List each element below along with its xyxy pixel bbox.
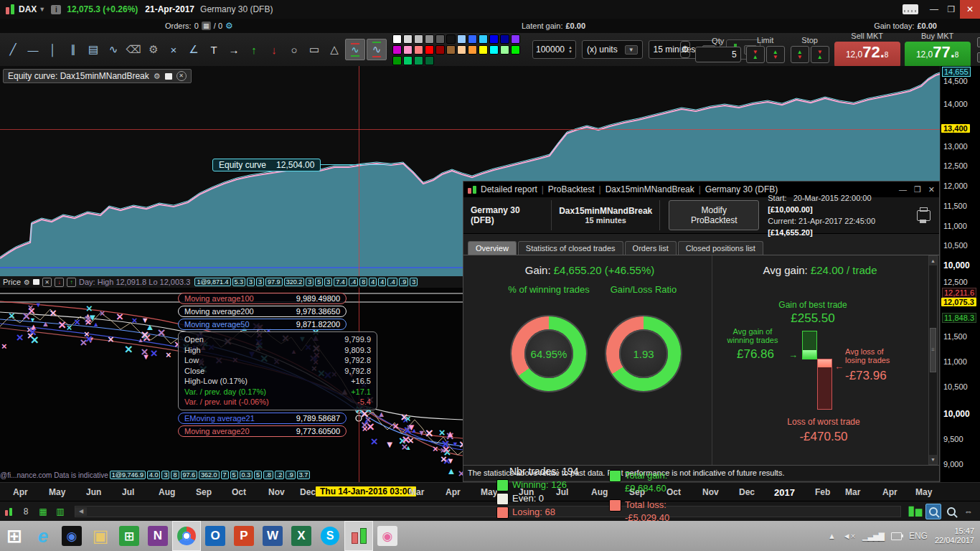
text-tool[interactable]: T [204,39,223,60]
indicator-icon[interactable]: 8 [19,504,33,519]
arrow-down-icon[interactable]: ↓ [55,278,64,287]
rectangle-tool[interactable]: ▭ [305,39,324,60]
candle-view-icon[interactable] [1,504,16,519]
taskbar-item-onenote[interactable]: N [143,521,172,551]
scroll-thumb[interactable]: ≡ [930,328,936,372]
orders-settings-icon[interactable]: ⚙ [225,21,233,31]
trade-settings-icon[interactable]: ⚙ [680,41,690,58]
color-swatch[interactable] [500,34,509,44]
taskbar-item-start[interactable]: ⊞ [0,521,29,551]
ellipse-tool[interactable]: ○ [285,39,303,60]
time-axis[interactable]: AprMayJunJulAugSepOctNovDecThu 14-Jan-20… [0,482,980,501]
color-swatch[interactable] [489,34,499,44]
units-dropdown[interactable]: (x) units▼ [582,40,643,59]
window-icon[interactable] [33,279,39,285]
color-swatch[interactable] [479,45,488,55]
price-axis[interactable]: 14,65514,50014,00013,40013,00012,50012,0… [940,66,980,482]
taskbar-item-file-explorer[interactable]: ▣ [86,521,115,551]
vertical-line-tool[interactable]: │ [44,39,62,60]
cross-tool[interactable]: × [164,39,183,60]
color-swatch[interactable] [392,56,402,65]
maximize-button[interactable]: ❒ [943,2,960,17]
color-swatch[interactable] [489,45,499,55]
taskbar-item-windows-store[interactable]: ⊞ [115,521,143,551]
arrow-up-icon[interactable]: ↑ [67,278,76,287]
keyboard-icon[interactable] [903,4,918,14]
tab-statistics[interactable]: Statistics of closed trades [518,241,623,255]
triangle-tool[interactable]: △ [325,39,344,60]
delete-tool[interactable]: ⌫ [124,39,143,60]
limit-sell-order-icon[interactable]: ▲▼ [766,46,785,63]
spin-arrows-icon[interactable]: ▲▼ [568,45,573,54]
color-swatch[interactable] [403,34,413,44]
color-swatch[interactable] [403,45,413,55]
taskbar-item-media-player[interactable]: ◉ [57,521,86,551]
close-button[interactable]: ✕ [960,0,980,19]
scroll-down-icon[interactable]: ▼ [929,455,937,464]
color-swatch[interactable] [425,45,434,55]
limit-buy-order-icon[interactable]: ▼▲ [746,46,765,63]
window-icon[interactable] [165,73,172,80]
color-swatch[interactable] [511,45,520,55]
qty-input[interactable]: 5 [695,47,741,62]
scroll-left-icon[interactable]: ◀ [75,507,87,516]
expand-icon[interactable]: ⇔ [961,504,976,519]
horizontal-line-tool[interactable]: — [24,39,42,60]
color-swatch[interactable] [446,45,456,55]
taskbar-item-prorealtime[interactable] [344,521,373,551]
color-swatch[interactable] [457,45,466,55]
chart-stats-icon[interactable]: ▊▆ [908,504,923,519]
print-icon[interactable] [917,210,930,221]
close-icon[interactable]: ✕ [42,278,52,287]
taskbar-item-word[interactable]: W [258,521,287,551]
clock[interactable]: 15:4722/04/2017 [935,527,974,545]
arrow-right-tool[interactable]: → [225,39,243,60]
wrench-icon[interactable]: ⚙ [24,278,30,286]
sell-mkt-button[interactable]: 12,072.8 [834,42,900,67]
zoom-in-icon[interactable] [925,504,941,519]
taskbar-item-chrome[interactable] [172,521,201,551]
stop-sell-order-icon[interactable]: ▼▲ [811,46,829,63]
chart-mode-1-tool[interactable]: ∿ [345,39,365,60]
instrument-caret-icon[interactable]: ▼ [39,6,45,13]
stop-checkbox[interactable] [977,37,980,47]
language-indicator[interactable]: ENG [909,531,928,541]
chart-mode-2-tool[interactable]: ∿ [367,39,387,60]
taskbar-item-internet-explorer[interactable]: e [29,521,57,551]
grid-view-icon[interactable]: ▥ [53,504,67,519]
color-swatch[interactable] [414,45,423,55]
trend-line-tool[interactable]: ╱ [4,39,22,60]
color-swatch[interactable] [392,34,402,44]
instrument-symbol[interactable]: DAX [19,4,37,14]
color-swatch[interactable] [479,34,488,44]
color-swatch[interactable] [425,56,434,65]
taskbar-item-paint[interactable]: ◉ [373,521,402,551]
tab-overview[interactable]: Overview [468,241,517,255]
buy-mkt-button[interactable]: 12,077.8 [905,42,971,67]
color-swatch[interactable] [468,45,477,55]
color-swatch[interactable] [435,34,445,44]
color-swatch[interactable] [435,45,445,55]
taskbar-item-outlook[interactable]: O [201,521,230,551]
close-icon[interactable]: ✕ [176,71,187,81]
network-signal-icon[interactable]: ▁▃▅▇ [862,532,884,541]
tab-orders-list[interactable]: Orders list [625,241,677,255]
quantity-stepper[interactable]: 100000 ▲▼ [532,40,576,59]
zoom-out-icon[interactable] [944,504,958,519]
report-close-button[interactable]: ✕ [928,185,935,194]
color-swatch[interactable] [500,45,509,55]
tab-closed-positions[interactable]: Closed positions list [678,241,763,255]
color-swatch[interactable] [457,34,466,44]
limit-checkbox[interactable] [977,52,980,62]
horizontal-scrollbar[interactable]: ◀ [75,506,901,517]
volume-muted-icon[interactable]: ◄× [843,532,855,540]
zigzag-tool[interactable]: ∿ [104,39,123,60]
equity-window-title[interactable]: Equity curve: Dax15minMNandBreak ⚙ ✕ [3,69,192,83]
stop-buy-order-icon[interactable]: ▲▼ [791,46,809,63]
fibonacci-tool[interactable]: ▤ [84,39,103,60]
arrow-up-tool[interactable]: ↑ [245,39,263,60]
minimize-button[interactable]: — [925,2,943,17]
battery-icon[interactable] [891,532,902,540]
table-view-icon[interactable]: ▦ [36,504,50,519]
parallel-lines-tool[interactable]: ∥ [64,39,83,60]
